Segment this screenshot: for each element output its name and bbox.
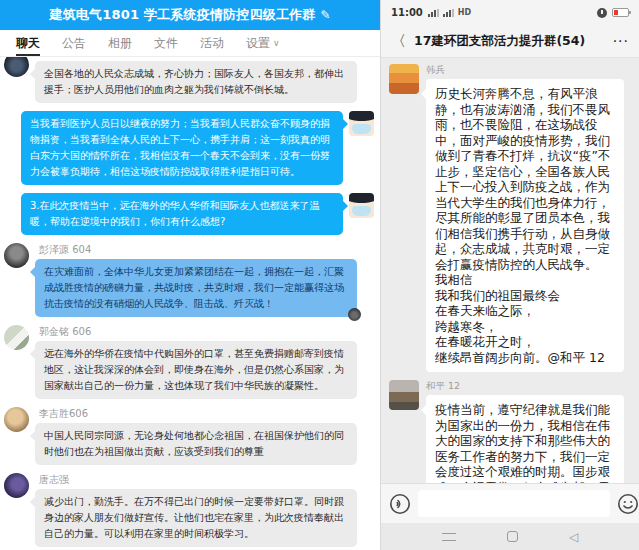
qq-message-list[interactable]: 全国各地的人民众志成城，齐心协力；国际友人，各国友邦，都伸出援手；医护人员用他们…	[0, 57, 380, 550]
avatar[interactable]	[389, 64, 419, 94]
message-input[interactable]	[418, 490, 610, 517]
tab-album[interactable]: 相册	[108, 30, 132, 56]
group-title: 建筑电气1801 学工系统疫情防控四级工作群	[49, 6, 315, 24]
emoji-icon[interactable]	[617, 493, 639, 515]
avatar[interactable]	[389, 380, 419, 410]
avatar[interactable]	[4, 473, 29, 498]
sender-name: 韩兵	[426, 64, 624, 76]
wechat-mobile-window: 11:00 HD 〈 17建环团支部活力提升群(54) ··· 韩兵 历史长河奔…	[381, 0, 639, 550]
signal-icon	[428, 9, 439, 17]
tab-settings[interactable]: 设置 ∨	[246, 30, 280, 56]
message-bubble: 中国人民同宗同源，无论身处何地都心念祖国，在祖国保护他们的同时他们也在为祖国做出…	[35, 423, 357, 465]
sender-name: 郭金铭 606	[39, 325, 357, 338]
sender-name: 李吉胜606	[39, 407, 357, 420]
message-row: 当我看到医护人员日以继夜的努力；当我看到人民群众奋不顾身的捐物捐资，当我看到全体…	[4, 111, 374, 185]
avatar-masked-girl[interactable]	[349, 193, 374, 218]
message-bubble: 减少出门，勤洗手。在万不得已出门的时候一定要带好口罩。同时跟身边的家人朋友们做好…	[35, 489, 357, 547]
android-back-icon[interactable]: ◁	[569, 531, 578, 543]
message-bubble: 在灾难面前，全体中华儿女更加紧紧团结在一起，拥抱在一起，汇聚成战胜疫情的磅礴力量…	[35, 259, 357, 317]
message-bubble: 3.在此次疫情当中，远在海外的华人华侨和国际友人也都送来了温暖，帮助在逆境中的我…	[21, 193, 343, 235]
status-bar: 11:00 HD	[381, 0, 639, 25]
message-text: 在灾难面前，全体中华儿女更加紧紧团结在一起，拥抱在一起，汇聚成战胜疫情的磅礴力量…	[44, 266, 344, 309]
qq-tab-bar: 聊天 公告 相册 文件 活动 设置 ∨	[0, 30, 380, 57]
message-row: 彭泽源 604 在灾难面前，全体中华儿女更加紧紧团结在一起，拥抱在一起，汇聚成战…	[4, 243, 374, 317]
message-row: 郭金铭 606 远在海外的华侨在疫情中代购国外的口罩，甚至免费捐赠邮寄到疫情地区…	[4, 325, 374, 399]
hd-badge: HD	[458, 8, 471, 17]
tab-activities[interactable]: 活动	[200, 30, 224, 56]
more-options-icon[interactable]: ···	[613, 33, 629, 49]
message-row: 全国各地的人民众志成城，齐心协力；国际友人，各国友邦，都伸出援手；医护人员用他们…	[4, 61, 374, 103]
message-row: 和平 12 疫情当前，遵守纪律就是我们能为国家出的一份力，我相信在伟大的国家的支…	[389, 380, 631, 483]
voice-input-icon[interactable]	[389, 493, 411, 515]
avatar[interactable]	[4, 325, 29, 350]
tab-chat[interactable]: 聊天	[16, 30, 40, 56]
message-bubble: 当我看到医护人员日以继夜的努力；当我看到人民群众奋不顾身的捐物捐资，当我看到全体…	[21, 111, 343, 185]
message-bubble: 远在海外的华侨在疫情中代购国外的口罩，甚至免费捐赠邮寄到疫情地区，这让我深深的体…	[35, 341, 357, 399]
message-row: 唐志强 减少出门，勤洗手。在万不得已出门的时候一定要带好口罩。同时跟身边的家人朋…	[4, 473, 374, 547]
message-row: 李吉胜606 中国人民同宗同源，无论身处何地都心念祖国，在祖国保护他们的同时他们…	[4, 407, 374, 465]
message-bubble: 全国各地的人民众志成城，齐心协力；国际友人，各国友邦，都伸出援手；医护人员用他们…	[35, 61, 357, 103]
recents-icon[interactable]	[442, 533, 456, 541]
sender-name: 和平 12	[426, 380, 624, 392]
edit-title-icon[interactable]: ✎	[321, 8, 331, 22]
cat-sticker-icon	[348, 308, 361, 321]
message-row: 3.在此次疫情当中，远在海外的华人华侨和国际友人也都送来了温暖，帮助在逆境中的我…	[4, 193, 374, 235]
group-chat-title: 17建环团支部活力提升群(54)	[414, 33, 585, 50]
avatar[interactable]	[4, 243, 29, 268]
wechat-message-list[interactable]: 韩兵 历史长河奔腾不息，有风平浪静，也有波涛汹涌，我们不畏风雨，也不畏险阻，在这…	[381, 58, 639, 483]
sender-name: 彭泽源 604	[39, 243, 357, 256]
wechat-input-bar	[381, 483, 639, 523]
wechat-nav-bar: 〈 17建环团支部活力提升群(54) ···	[381, 25, 639, 58]
clock-time: 11:00	[391, 7, 423, 18]
message-bubble: 疫情当前，遵守纪律就是我们能为国家出的一份力，我相信在伟大的国家的支持下和那些伟…	[426, 395, 624, 483]
wifi-icon	[443, 9, 454, 17]
message-row: 韩兵 历史长河奔腾不息，有风平浪静，也有波涛汹涌，我们不畏风雨，也不畏险阻，在这…	[389, 64, 631, 372]
message-bubble: 历史长河奔腾不息，有风平浪静，也有波涛汹涌，我们不畏风雨，也不畏险阻，在这场战役…	[426, 79, 624, 372]
avatar-masked-girl[interactable]	[349, 111, 374, 136]
sender-name: 唐志强	[39, 473, 357, 486]
android-nav-bar: ◁	[381, 523, 639, 550]
tab-settings-label: 设置	[246, 35, 270, 52]
tab-announcement[interactable]: 公告	[62, 30, 86, 56]
chevron-down-icon: ∨	[273, 38, 280, 48]
avatar[interactable]	[4, 407, 29, 432]
qq-group-chat-window: 建筑电气1801 学工系统疫情防控四级工作群 ✎ 聊天 公告 相册 文件 活动 …	[0, 0, 381, 550]
avatar[interactable]	[4, 57, 29, 77]
back-icon[interactable]: 〈	[391, 34, 406, 49]
tab-files[interactable]: 文件	[154, 30, 178, 56]
screen: 建筑电气1801 学工系统疫情防控四级工作群 ✎ 聊天 公告 相册 文件 活动 …	[0, 0, 639, 550]
home-icon[interactable]	[507, 531, 518, 542]
qq-group-title-bar: 建筑电气1801 学工系统疫情防控四级工作群 ✎	[0, 0, 380, 30]
alarm-icon	[597, 8, 607, 18]
battery-icon	[612, 8, 629, 17]
